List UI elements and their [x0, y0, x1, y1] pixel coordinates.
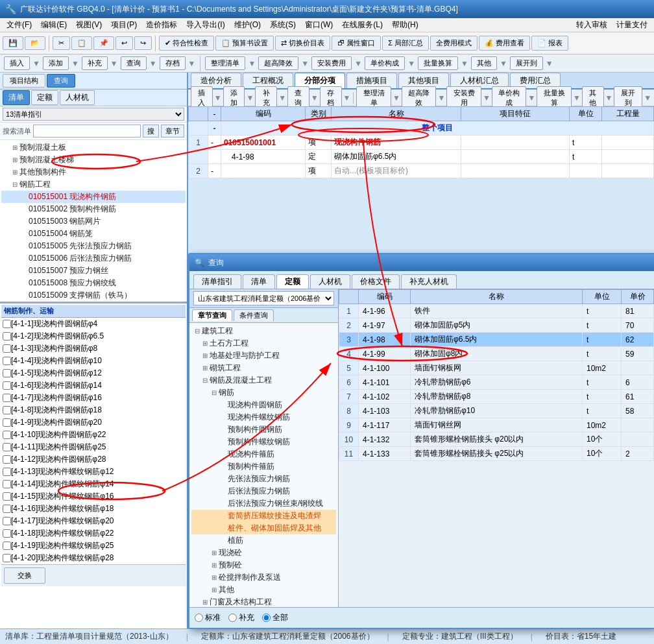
item-checkbox[interactable] [3, 529, 11, 538]
btn-supplement[interactable]: 补充 [82, 56, 108, 70]
subtab-labor[interactable]: 人材机 [60, 90, 95, 105]
item-checkbox[interactable] [3, 357, 11, 365]
search-button[interactable]: 搜 [143, 125, 159, 137]
item-checkbox[interactable] [3, 394, 11, 402]
dialog-region-dropdown[interactable]: 山东省建筑工程消耗量定额（2006基价） [193, 291, 334, 305]
list-item[interactable]: [4-1-19]现浇构件螺纹钢筋φ25 [1, 540, 186, 552]
menu-maintain[interactable]: 维护(O) [230, 18, 265, 32]
btn-paste[interactable]: 📌 [93, 36, 114, 50]
tree-rebar-sub[interactable]: ⊟ 钢筋 [191, 387, 336, 399]
menu-measure[interactable]: 计量支付 [612, 18, 651, 32]
dialog-tab-labor[interactable]: 人材机 [310, 274, 350, 289]
list-item[interactable]: [4-1-5]现浇构件圆钢筋φ12 [1, 367, 186, 379]
subtab-quota[interactable]: 定额 [31, 90, 58, 105]
dialog-tab-price-file[interactable]: 价格文件 [352, 274, 400, 289]
list-item[interactable]: [4-1-9]现浇构件圆钢筋φ20 [1, 416, 186, 429]
btn-query[interactable]: 查询 [121, 56, 147, 70]
list-item[interactable]: [4-1-20]现浇构件螺纹钢筋φ28 [1, 552, 186, 564]
search-input[interactable] [33, 125, 141, 137]
tree-precast-concrete[interactable]: ⊞ 预制砼 [191, 559, 336, 571]
dialog-table-row[interactable]: 8 4-1-103 冷轧带肋钢筋φ10 t 58 [339, 404, 654, 418]
item-checkbox[interactable] [3, 455, 11, 464]
item-checkbox[interactable] [3, 492, 11, 501]
item-checkbox[interactable] [3, 332, 11, 340]
menu-help[interactable]: 帮助(H) [388, 18, 422, 32]
tree-rebar-work[interactable]: ⊟ 钢筋工程 [1, 178, 186, 191]
tree-steel-strand[interactable]: 010515008 预应力钢绞线 [1, 277, 186, 289]
radio-supplement[interactable]: 补充 [228, 612, 254, 623]
list-item[interactable]: [4-1-16]现浇构件螺纹钢筋φ18 [1, 503, 186, 515]
list-item[interactable]: [4-1-17]现浇构件螺纹钢筋φ20 [1, 515, 186, 527]
btn-redo[interactable]: ↪ [134, 36, 152, 50]
dialog-table-row[interactable]: 4 4-1-99 砌体加固φ8内 t 59 [339, 347, 654, 361]
dialog-table-row[interactable]: 5 4-1-100 墙面钉钢板网 10m2 [339, 361, 654, 376]
menu-project[interactable]: 项目(P) [107, 18, 141, 32]
item-checkbox[interactable] [3, 369, 11, 377]
tree-prestress-pre[interactable]: 010515005 先张法预应力钢筋 [1, 240, 186, 252]
item-checkbox[interactable] [3, 468, 11, 476]
list-item[interactable]: [4-1-8]现浇构件圆钢筋φ18 [1, 404, 186, 416]
radio-all-input[interactable] [262, 614, 271, 622]
tab-query[interactable]: 查询 [47, 74, 75, 88]
menu-edit[interactable]: 编辑(E) [37, 18, 71, 32]
btn-insert[interactable]: 插入 [4, 56, 30, 70]
btn-unit-price[interactable]: 单价构成 [365, 56, 405, 70]
list-item[interactable]: [4-1-11]现浇构件圆钢筋φ25 [1, 441, 186, 453]
btn-clean-list[interactable]: 整理清单 [205, 56, 245, 70]
btn-undo[interactable]: ↩ [115, 36, 133, 50]
table-row[interactable]: 1 - 010515001001 项 现浇构件钢筋 t [189, 136, 654, 150]
btn-batch-convert[interactable]: 批量换算 [418, 56, 458, 70]
menu-window[interactable]: 窗口(W) [301, 18, 337, 32]
list-item[interactable]: [4-1-18]现浇构件螺纹钢筋φ22 [1, 527, 186, 540]
dialog-table-row[interactable]: 9 4-1-117 墙面钉钢丝网 10m2 [339, 418, 654, 433]
tree-precast-rebar-010515002[interactable]: 010515002 预制构件钢筋 [1, 203, 186, 215]
list-item[interactable]: [4-1-1]现浇构件圆钢筋φ4 [1, 318, 186, 330]
list-dropdown[interactable]: 13清单指引 [3, 108, 184, 121]
btn-cut[interactable]: ✂ [53, 36, 70, 50]
dialog-condition-tab[interactable]: 条件查询 [234, 309, 274, 321]
btn-copy[interactable]: 📋 [71, 36, 92, 50]
tree-rebar-mesh[interactable]: 010515003 钢筋网片 [1, 215, 186, 228]
btn-archive[interactable]: 存档 [160, 56, 186, 70]
list-item[interactable]: [4-1-7]现浇构件圆钢筋φ16 [1, 392, 186, 404]
tree-support-rebar[interactable]: 010515009 支撑钢筋（铁马） [1, 289, 186, 302]
tree-other-sub[interactable]: ⊞ 其他 [191, 584, 336, 596]
radio-standard-input[interactable] [195, 614, 203, 622]
tree-plant-rebar[interactable]: 植筋 [191, 534, 336, 547]
menu-online[interactable]: 在线服务(L) [338, 18, 387, 32]
btn-subtotal[interactable]: Σ 局部汇总 [382, 36, 429, 51]
dialog-table-row[interactable]: 3 4-1-98 砌体加固筋φ6.5内 t 62 [339, 333, 654, 347]
table-row[interactable]: 4-1-98 定 砌体加固筋φ6.5内 t [189, 150, 654, 164]
dialog-table-row[interactable]: 2 4-1-97 砌体加固筋φ5内 t 70 [339, 318, 654, 333]
tree-door-window[interactable]: ⊞ 门窗及木结构工程 [191, 596, 336, 607]
menu-cost[interactable]: 造价指标 [142, 18, 181, 32]
list-item[interactable]: [4-1-13]现浇构件螺纹钢筋φ12 [1, 466, 186, 478]
tree-prestress-post-sub[interactable]: 后张法预应力钢筋 [191, 485, 336, 497]
list-item[interactable]: [4-1-14]现浇构件螺纹钢筋φ14 [1, 478, 186, 490]
tree-precast-stirrup[interactable]: 预制构件箍筋 [191, 460, 336, 473]
tree-cast-concrete[interactable]: ⊞ 现浇砼 [191, 547, 336, 559]
btn-compliance[interactable]: ✔ 符合性检查 [159, 36, 214, 51]
tree-cast-stirrup[interactable]: 现浇构件箍筋 [191, 448, 336, 460]
tree-masonry[interactable]: ⊞ 砌筑工程 [191, 362, 336, 374]
subtab-list[interactable]: 清单 [3, 90, 30, 105]
btn-add[interactable]: 添加 [43, 56, 69, 70]
item-checkbox[interactable] [3, 344, 11, 353]
tree-building-eng[interactable]: ⊟ 建筑工程 [191, 325, 336, 337]
tree-concrete-mix[interactable]: ⊞ 砼搅拌制作及泵送 [191, 571, 336, 584]
menu-audit[interactable]: 转入审核 [572, 18, 611, 32]
list-item[interactable]: [4-1-4]现浇构件圆钢筋φ10 [1, 355, 186, 367]
dialog-table-row[interactable]: 1 4-1-96 铁件 t 81 [339, 304, 654, 318]
dialog-tab-quota[interactable]: 定额 [276, 274, 309, 289]
list-item[interactable]: [4-1-15]现浇构件螺纹钢筋φ16 [1, 490, 186, 503]
btn-report[interactable]: 📄 报表 [531, 36, 568, 51]
menu-import[interactable]: 导入导出(I) [182, 18, 228, 32]
dialog-table-row[interactable]: 11 4-1-133 套筒锥形螺栓钢筋接头 φ25以内 10个 2 [339, 447, 654, 461]
list-item[interactable]: [4-1-12]现浇构件圆钢筋φ28 [1, 453, 186, 466]
dialog-tab-list-guide[interactable]: 清单指引 [193, 274, 241, 289]
btn-cost-view[interactable]: 💰 费用查看 [479, 36, 530, 51]
dialog-tab-supplement-labor[interactable]: 补充人材机 [401, 274, 457, 289]
tree-cast-rebar-010515001[interactable]: 010515001 现浇构件钢筋 [1, 191, 186, 203]
tree-prestress-pre-sub[interactable]: 先张法预应力钢筋 [191, 473, 336, 485]
chapter-button[interactable]: 章节 [161, 125, 184, 137]
